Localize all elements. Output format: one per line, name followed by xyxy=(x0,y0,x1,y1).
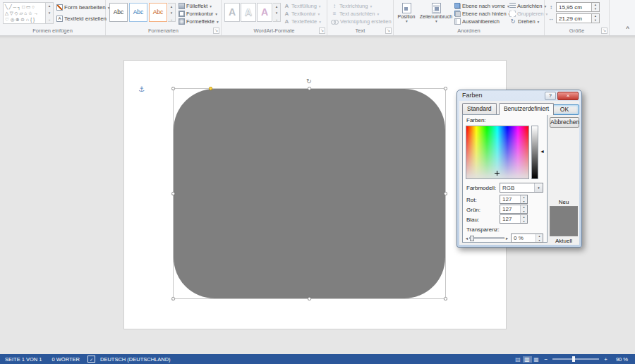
shape-height-spinner[interactable]: ▴ ▾ xyxy=(591,3,599,11)
wordart-dialog-launcher[interactable]: ↘ xyxy=(319,28,325,34)
shape-outline-button[interactable]: Formkontur ▾ xyxy=(179,11,217,17)
dialog-help-button[interactable]: ? xyxy=(545,92,556,100)
shape-styles-dialog-launcher[interactable]: ↘ xyxy=(213,28,219,34)
print-layout-button[interactable]: ▥ xyxy=(523,356,532,363)
red-spinner[interactable]: ▴▾ xyxy=(520,195,527,203)
transparency-input[interactable]: 0 % ▴▾ xyxy=(511,233,543,243)
green-spinner[interactable]: ▴▾ xyxy=(520,205,527,213)
page-indicator[interactable]: SEITE 1 VON 1 xyxy=(0,356,47,363)
transparency-thumb[interactable] xyxy=(470,236,474,241)
shape-style-thumb-1[interactable]: Abc xyxy=(109,3,128,22)
rotate-objects-button[interactable]: ↻ Drehen ▾ xyxy=(509,18,539,25)
zoom-out-button[interactable]: − xyxy=(541,356,552,363)
wordart-style-thumb-3[interactable]: A xyxy=(257,3,272,22)
shape-style-thumb-2[interactable]: Abc xyxy=(129,3,147,22)
edit-shape-button[interactable]: Form bearbeiten ▾ xyxy=(56,4,109,11)
text-fill-button[interactable]: A Textfüllung ▾ xyxy=(284,3,321,9)
read-mode-button[interactable]: ▤ xyxy=(514,356,523,363)
luminance-bar[interactable] xyxy=(531,126,538,179)
transparency-track[interactable] xyxy=(469,237,504,239)
zoom-slider[interactable] xyxy=(552,358,599,360)
slider-right-icon[interactable]: ▸ xyxy=(506,236,508,241)
spin-down-icon[interactable]: ▾ xyxy=(592,18,599,23)
shape-height-input[interactable]: 15,95 cm ▴ ▾ xyxy=(556,2,600,12)
gallery-more-icon[interactable]: ⌄ xyxy=(46,16,53,23)
language-indicator[interactable]: DEUTSCH (DEUTSCHLAND) xyxy=(95,356,176,363)
group-objects-button[interactable]: Gruppieren ▾ xyxy=(509,11,548,17)
gallery-more-icon[interactable]: ⌄ xyxy=(168,16,175,23)
collapse-ribbon-button[interactable]: ^ xyxy=(626,25,629,32)
blue-input[interactable]: 127 ▴▾ xyxy=(500,214,528,224)
cancel-button[interactable]: Abbrechen xyxy=(550,117,579,128)
shape-gallery-scrollbar[interactable]: ▴ ▾ ⌄ xyxy=(46,2,54,24)
gallery-down-icon[interactable]: ▾ xyxy=(168,10,175,16)
create-link-button[interactable]: Verknüpfung erstellen xyxy=(331,18,392,25)
align-text-button[interactable]: ≡ Text ausrichten ▾ xyxy=(331,11,379,17)
red-input[interactable]: 127 ▴▾ xyxy=(500,195,528,204)
ok-button[interactable]: OK xyxy=(550,104,579,115)
shape-gallery-row: △ ▽ ◇ ▱ ⌂ ☆ → xyxy=(5,10,45,16)
shape-selection[interactable]: ↻ xyxy=(173,88,446,299)
resize-handle-sw[interactable] xyxy=(171,297,175,301)
green-input[interactable]: 127 ▴▾ xyxy=(500,205,528,214)
bring-forward-button[interactable]: Ebene nach vorne ▾ xyxy=(454,3,509,9)
slider-left-icon[interactable]: ◂ xyxy=(466,236,468,241)
shape-gallery[interactable]: ╲ ╱ ─ ┐ □ ▭ ○ △ ▽ ◇ ▱ ⌂ ☆ → ♡ ◎ ⊕ ⊙ ∩ { … xyxy=(3,2,46,24)
gallery-more-icon[interactable]: ⌄ xyxy=(273,16,280,23)
wordart-style-thumb-1[interactable]: A xyxy=(224,3,240,22)
rounded-rectangle-shape[interactable] xyxy=(174,89,445,298)
blue-spinner[interactable]: ▴▾ xyxy=(520,215,527,223)
resize-handle-n[interactable] xyxy=(308,87,311,90)
shape-styles-scrollbar[interactable]: ▴ ▾ ⌄ xyxy=(168,3,176,22)
ribbon-group-arrange: Position ▾ Zeilenumbruch ▾ Ebene nach vo… xyxy=(394,0,545,35)
shape-width-input[interactable]: 21,29 cm ▴ ▾ xyxy=(556,13,600,23)
draw-textbox-button[interactable]: A Textfeld erstellen xyxy=(56,16,107,22)
resize-handle-w[interactable] xyxy=(171,192,175,195)
selection-pane-button[interactable]: Auswahlbereich xyxy=(454,18,500,25)
send-backward-button[interactable]: Ebene nach hinten ▾ xyxy=(454,11,510,17)
text-direction-icon: ↕ xyxy=(331,3,338,9)
gallery-down-icon[interactable]: ▾ xyxy=(273,10,280,16)
spectrum-marker[interactable] xyxy=(495,171,500,176)
zoom-in-button[interactable]: + xyxy=(600,356,611,363)
size-dialog-launcher[interactable]: ↘ xyxy=(601,28,607,34)
resize-handle-nw[interactable] xyxy=(171,87,175,90)
resize-handle-s[interactable] xyxy=(308,297,311,301)
blue-label: Blau: xyxy=(466,217,479,223)
shape-effects-button[interactable]: Formeffekte ▾ xyxy=(179,18,219,25)
gallery-up-icon[interactable]: ▴ xyxy=(46,3,53,10)
tab-standard[interactable]: Standard xyxy=(462,103,497,114)
resize-handle-se[interactable] xyxy=(444,297,447,301)
align-objects-button[interactable]: Ausrichten ▾ xyxy=(509,3,546,9)
shape-width-spinner[interactable]: ▴ ▾ xyxy=(591,14,599,23)
resize-handle-e[interactable] xyxy=(444,192,447,195)
gallery-up-icon[interactable]: ▴ xyxy=(168,4,175,10)
resize-handle-ne[interactable] xyxy=(444,87,447,90)
color-spectrum[interactable] xyxy=(466,126,529,179)
select-dropdown-icon[interactable]: ▾ xyxy=(534,183,543,192)
rotation-handle[interactable]: ↻ xyxy=(306,78,312,85)
wordart-style-thumb-2[interactable]: A xyxy=(241,3,256,22)
text-dialog-launcher[interactable]: ↘ xyxy=(385,28,392,34)
luminance-arrow[interactable]: ◄ xyxy=(540,149,545,154)
spin-down-icon[interactable]: ▾ xyxy=(592,7,599,11)
zoom-level[interactable]: 90 % xyxy=(611,356,635,363)
web-layout-button[interactable]: ▦ xyxy=(532,356,541,363)
wordart-scrollbar[interactable]: ▴ ▾ ⌄ xyxy=(273,3,281,22)
word-count[interactable]: 0 WÖRTER xyxy=(47,356,85,363)
text-outline-button[interactable]: A Textkontur ▾ xyxy=(284,11,320,17)
text-effects-button[interactable]: A Texteffekte ▾ xyxy=(284,18,321,25)
tab-custom[interactable]: Benutzerdefiniert xyxy=(499,103,554,115)
adjust-handle[interactable] xyxy=(209,87,212,90)
gallery-up-icon[interactable]: ▴ xyxy=(273,4,280,10)
color-model-select[interactable]: RGB ▾ xyxy=(500,183,543,193)
text-direction-button[interactable]: ↕ Textrichtung ▾ xyxy=(331,3,372,9)
transparency-slider[interactable]: ◂ ▸ xyxy=(466,234,508,242)
zoom-slider-thumb[interactable] xyxy=(572,356,575,362)
dialog-close-button[interactable]: × xyxy=(557,92,579,100)
shape-fill-button[interactable]: Fülleffekt ▾ xyxy=(179,3,212,9)
transparency-spinner[interactable]: ▴▾ xyxy=(536,234,543,242)
proofing-status-icon[interactable]: ✓ xyxy=(87,356,95,363)
shape-style-thumb-3[interactable]: Abc xyxy=(149,3,167,22)
gallery-down-icon[interactable]: ▾ xyxy=(46,10,53,17)
